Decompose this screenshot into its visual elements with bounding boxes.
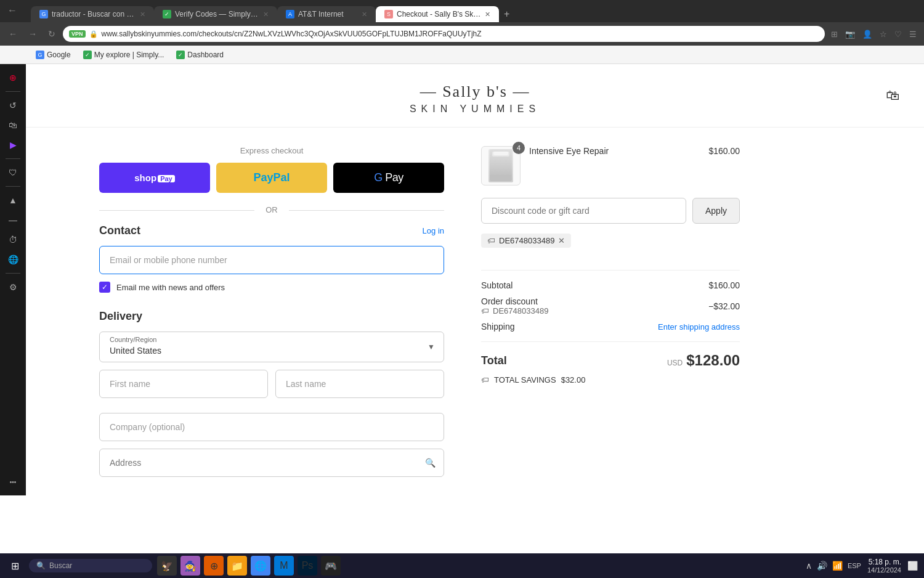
company-field <box>99 413 444 441</box>
order-summary: Subtotal $160.00 Order discount 🏷 DE6748… <box>481 270 740 332</box>
discount-code-input[interactable] <box>481 198 686 224</box>
back-nav-button[interactable]: ← <box>5 26 21 41</box>
express-checkout-title: Express checkout <box>99 146 444 155</box>
last-name-input[interactable] <box>275 370 444 398</box>
menu-icon[interactable]: ☰ <box>907 28 919 40</box>
gpay-label: G Pay <box>374 171 403 184</box>
new-tab-button[interactable]: + <box>499 6 514 22</box>
tab-favicon-checkout: S <box>384 10 393 18</box>
left-sidebar: ⊕ ↺ 🛍 ▶ 🛡 ▲ — ⏱ 🌐 ⚙ ••• <box>0 64 26 495</box>
sidebar-icon-shop[interactable]: 🛍 <box>4 116 22 134</box>
tab-favicon-att: A <box>286 10 294 18</box>
tab-label-verify: Verify Codes — SimplyC... <box>175 10 259 18</box>
product-quantity-badge: 4 <box>513 142 525 154</box>
shipping-action[interactable]: Enter shipping address <box>658 322 740 332</box>
sidebar-icon-shield[interactable]: 🛡 <box>4 164 22 181</box>
tab-close-att[interactable]: ✕ <box>362 10 367 18</box>
tab-label-att: AT&T Internet <box>298 10 344 18</box>
order-item: 4 Intensive Eye Repair $160.00 <box>481 146 740 185</box>
favorites-icon[interactable]: ☆ <box>877 28 890 40</box>
bookmark-simply[interactable]: ✓ My explore | Simply... <box>78 49 169 60</box>
country-value: United States <box>100 343 444 362</box>
bookmark-dashboard[interactable]: ✓ Dashboard <box>171 49 229 60</box>
tab-close-translator[interactable]: ✕ <box>140 10 145 18</box>
last-name-field <box>275 370 444 398</box>
tab-close-verify[interactable]: ✕ <box>263 10 269 18</box>
shipping-label: Shipping <box>481 322 515 332</box>
tab-checkout[interactable]: S Checkout - Sally B's Skin Y... ✕ <box>376 6 499 22</box>
tab-close-checkout[interactable]: ✕ <box>485 10 490 18</box>
sidebar-icon-settings[interactable]: ⚙ <box>4 279 22 296</box>
product-info: Intensive Eye Repair <box>529 146 700 158</box>
express-checkout-section: Express checkout shopPay PayPal G Pay <box>99 146 444 193</box>
applied-discount-row: 🏷 DE6748033489 ✕ <box>481 234 740 260</box>
heart-icon[interactable]: ♡ <box>892 28 904 40</box>
order-discount-label: Order discount <box>481 296 548 306</box>
sidebar-icon-globe[interactable]: 🌐 <box>4 251 22 268</box>
sidebar-divider-4 <box>6 273 20 274</box>
tab-translator[interactable]: G traductor - Buscar con Goo... ✕ <box>31 6 154 22</box>
discount-tag: 🏷 DE6748033489 ✕ <box>481 234 571 248</box>
savings-label: TOTAL SAVINGS <box>494 375 556 385</box>
sidebar-icon-refresh[interactable]: ↺ <box>4 97 22 114</box>
address-field-wrapper: 🔍 <box>99 449 444 477</box>
tab-label-checkout: Checkout - Sally B's Skin Y... <box>397 10 481 18</box>
paypal-button[interactable]: PayPal <box>216 163 327 193</box>
sidebar-icon-more[interactable]: ••• <box>4 473 22 490</box>
country-select[interactable]: Country/Region United States ▼ <box>99 332 444 362</box>
bookmark-favicon-dashboard: ✓ <box>176 51 185 59</box>
company-input[interactable] <box>99 413 444 441</box>
gpay-button[interactable]: G Pay <box>333 163 444 193</box>
subtotal-label: Subtotal <box>481 280 513 290</box>
back-button[interactable]: ← <box>5 5 20 16</box>
bookmark-label-dashboard: Dashboard <box>187 51 224 59</box>
extensions-icon[interactable]: ⊞ <box>829 28 840 40</box>
sidebar-icon-home[interactable]: ⊕ <box>4 69 22 86</box>
product-price: $160.00 <box>708 146 740 156</box>
forward-nav-button[interactable]: → <box>25 26 41 41</box>
address-bar[interactable]: VPN 🔒 www.sallybskinyummies.com/checkout… <box>63 26 825 42</box>
discount-tag-remove[interactable]: ✕ <box>558 236 565 245</box>
email-checkbox-label: Email me with news and offers <box>116 283 225 292</box>
address-input[interactable] <box>99 449 444 477</box>
tab-att[interactable]: A AT&T Internet ✕ <box>277 6 376 22</box>
sidebar-icon-arrow[interactable]: ▲ <box>4 192 22 209</box>
sidebar-icon-twitch[interactable]: ▶ <box>4 136 22 153</box>
profile-icon[interactable]: 👤 <box>860 28 875 40</box>
bookmark-google[interactable]: G Google <box>31 49 76 60</box>
email-checkbox[interactable]: ✓ <box>99 282 110 293</box>
camera-icon[interactable]: 📷 <box>843 28 857 40</box>
vpn-badge: VPN <box>69 30 86 38</box>
order-discount-label-group: Order discount 🏷 DE6748033489 <box>481 296 548 315</box>
page-content: — Sally b's — SKIN YUMMIES 🛍 Express che… <box>26 64 924 495</box>
first-name-input[interactable] <box>99 370 268 398</box>
log-in-link[interactable]: Log in <box>423 226 444 235</box>
first-name-field <box>99 370 268 398</box>
checkout-wrapper: Express checkout shopPay PayPal G Pay <box>75 128 875 495</box>
order-discount-detail: 🏷 DE6748033489 <box>481 306 548 315</box>
address-bar-row: ← → ↻ VPN 🔒 www.sallybskinyummies.com/ch… <box>0 22 924 46</box>
refresh-button[interactable]: ↻ <box>44 26 59 41</box>
discount-amount: −$32.00 <box>708 301 740 311</box>
contact-section-title: Contact Log in <box>99 224 444 237</box>
sidebar-icon-timer[interactable]: ⏱ <box>4 231 22 248</box>
savings-value: $32.00 <box>561 375 586 385</box>
apply-discount-button[interactable]: Apply <box>692 198 740 224</box>
express-checkout-buttons: shopPay PayPal G Pay <box>99 163 444 193</box>
or-divider: OR <box>99 205 444 214</box>
total-amount: $128.00 <box>686 352 740 369</box>
url-text: www.sallybskinyummies.com/checkouts/cn/Z… <box>102 30 819 38</box>
tab-verify[interactable]: ✓ Verify Codes — SimplyC... ✕ <box>154 6 277 22</box>
address-search-icon: 🔍 <box>425 458 436 468</box>
shop-pay-button[interactable]: shopPay <box>99 163 210 193</box>
email-checkbox-row: ✓ Email me with news and offers <box>99 282 444 293</box>
discount-row: Apply <box>481 198 740 224</box>
sidebar-icon-minus[interactable]: — <box>4 211 22 229</box>
bookmark-favicon-simply: ✓ <box>83 51 92 59</box>
tab-bar: ← G traductor - Buscar con Goo... ✕ ✓ Ve… <box>0 0 924 22</box>
total-amount-group: USD $128.00 <box>667 352 740 369</box>
savings-icon: 🏷 <box>481 375 489 385</box>
email-input[interactable] <box>99 246 444 274</box>
discount-tag-icon: 🏷 <box>487 236 495 245</box>
cart-icon[interactable]: 🛍 <box>886 88 899 104</box>
